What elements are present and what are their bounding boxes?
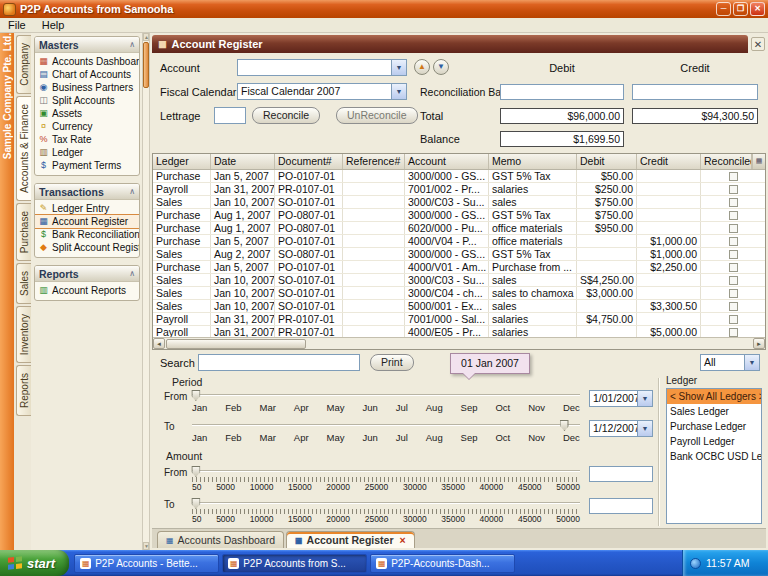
sidebar-item-ledger[interactable]: ▥Ledger [35,146,139,159]
reconciliation-credit-field[interactable] [632,84,758,100]
chevron-down-icon[interactable]: ▼ [637,421,652,436]
table-row[interactable]: PurchaseJan 5, 2007PO-0107-014000/V01 - … [153,261,765,274]
reconciled-checkbox[interactable] [729,302,738,311]
section-header-masters[interactable]: Masters∧ [35,37,139,53]
amount-to-thumb[interactable] [191,498,200,509]
search-input[interactable] [198,354,360,371]
unreconcile-button[interactable]: UnReconcile [336,107,418,124]
reconciled-checkbox[interactable] [729,172,738,181]
reconciled-checkbox[interactable] [729,237,738,246]
column-header-reference[interactable]: Reference# [343,154,405,169]
section-header-transactions[interactable]: Transactions∧ [35,184,139,200]
lettrage-input[interactable] [214,107,246,124]
amount-from-thumb[interactable] [191,466,200,477]
reconciled-checkbox[interactable] [729,315,738,324]
tray-icon[interactable] [690,558,701,569]
column-header-memo[interactable]: Memo [489,154,577,169]
account-combobox[interactable]: ▼ [237,59,407,76]
account-up-button[interactable]: ▲ [414,59,430,75]
reconciled-checkbox[interactable] [729,263,738,272]
ledger-item-bank-ocbc-usd-ledger[interactable]: Bank OCBC USD Ledger [667,449,761,464]
scroll-up-icon[interactable]: ▲ [143,33,149,41]
sidebar-item-bank-reconciliation[interactable]: $Bank Reconciliation [35,228,139,241]
table-row[interactable]: PayrollJan 31, 2007PR-0107-017001/002 - … [153,183,765,196]
vertical-tab-inventory[interactable]: Inventory [16,306,31,363]
amount-from-input[interactable] [589,466,653,482]
sidebar-item-account-register[interactable]: ▦Account Register [35,215,139,228]
window-titlebar[interactable]: P2P Accounts from Samooha ─ ❐ ✕ [0,0,768,18]
sidebar-item-tax-rate[interactable]: %Tax Rate [35,133,139,146]
chevron-down-icon[interactable]: ▼ [391,60,406,75]
tab-accounts-dashboard[interactable]: ▦Accounts Dashboard [157,531,284,548]
reconciled-checkbox[interactable] [729,211,738,220]
reconciled-checkbox[interactable] [729,289,738,298]
column-header-reconciled[interactable]: Reconciled [701,154,752,169]
table-row[interactable]: PurchaseAug 1, 2007PO-0807-013000/000 - … [153,209,765,222]
sidebar-item-split-account-register[interactable]: ◆Split Account Register [35,241,139,254]
column-header-debit[interactable]: Debit [577,154,637,169]
sidebar-item-currency[interactable]: ¤Currency [35,120,139,133]
scrollbar-thumb[interactable] [143,42,149,88]
tab-close-icon[interactable]: × [400,534,406,546]
taskbar-button-p2p-accounts-bette[interactable]: ▦P2P Accounts - Bette... [74,554,219,573]
sidebar-item-accounts-dashboard[interactable]: ▦Accounts Dashboard [35,55,139,68]
period-from-thumb[interactable] [191,390,200,401]
reconciled-checkbox[interactable] [729,276,738,285]
column-chooser-button[interactable]: ▦ [752,154,765,169]
ledger-item-payroll-ledger[interactable]: Payroll Ledger [667,434,761,449]
table-row[interactable]: PurchaseJan 5, 2007PO-0107-013000/000 - … [153,170,765,183]
reconciled-checkbox[interactable] [729,198,738,207]
taskbar-button-p2p-accounts-from-s[interactable]: ▦P2P Accounts from S... [222,554,367,573]
scrollbar-thumb[interactable] [166,339,306,349]
collapse-icon[interactable]: ∧ [129,187,135,196]
table-row[interactable]: PurchaseJan 5, 2007PO-0107-014000/V04 - … [153,235,765,248]
amount-to-input[interactable] [589,498,653,514]
table-row[interactable]: SalesJan 10, 2007SO-0107-013000/C04 - ch… [153,287,765,300]
period-from-slider[interactable] [192,390,580,401]
vertical-tab-accounts-finance[interactable]: Accounts & Finance [16,96,31,201]
table-horizontal-scrollbar[interactable]: ◄ ► [153,337,765,349]
table-row[interactable]: PayrollJan 31, 2007PR-0107-017001/000 - … [153,313,765,326]
taskbar-button-p2p-accounts-dash[interactable]: ▦P2P-Accounts-Dash... [370,554,515,573]
reconciled-checkbox[interactable] [729,185,738,194]
period-to-slider[interactable] [192,420,580,431]
filter-all-combobox[interactable]: All ▼ [700,354,760,371]
sidebar-item-payment-terms[interactable]: $Payment Terms [35,159,139,172]
reconciliation-debit-field[interactable] [500,84,624,100]
collapse-icon[interactable]: ∧ [129,40,135,49]
account-down-button[interactable]: ▼ [433,59,449,75]
amount-from-slider[interactable] [192,466,580,477]
fiscal-calendar-combobox[interactable]: Fiscal Calendar 2007 ▼ [237,83,407,100]
scroll-right-icon[interactable]: ► [753,338,765,349]
table-row[interactable]: SalesJan 10, 2007SO-0107-013000/C03 - Su… [153,274,765,287]
menu-help[interactable]: Help [34,19,73,31]
chevron-down-icon[interactable]: ▼ [744,355,759,370]
sidebar-item-assets[interactable]: ▣Assets [35,107,139,120]
period-from-date[interactable]: 1/01/2007 ▼ [589,390,653,407]
reconciled-checkbox[interactable] [729,250,738,259]
period-to-thumb[interactable] [560,420,569,431]
close-button[interactable]: ✕ [750,2,765,16]
sidebar-item-account-reports[interactable]: ▥Account Reports [35,284,139,297]
table-row[interactable]: PurchaseAug 1, 2007PO-0807-016020/000 - … [153,222,765,235]
print-button[interactable]: Print [370,354,414,371]
vertical-tab-purchase[interactable]: Purchase [16,203,31,261]
column-header-document[interactable]: Document# [275,154,343,169]
sidebar-item-chart-of-accounts[interactable]: ▤Chart of Accounts [35,68,139,81]
ledger-item-show-all-ledgers[interactable]: < Show All Ledgers > [667,389,761,404]
section-header-reports[interactable]: Reports∧ [35,266,139,282]
column-header-date[interactable]: Date [211,154,275,169]
reconcile-button[interactable]: Reconcile [252,107,320,124]
column-header-ledger[interactable]: Ledger [153,154,211,169]
column-header-account[interactable]: Account [405,154,489,169]
vertical-tab-reports[interactable]: Reports [16,365,31,416]
sidebar-item-business-partners[interactable]: ◉Business Partners [35,81,139,94]
scroll-down-icon[interactable]: ▼ [143,542,149,550]
reconciled-checkbox[interactable] [729,328,738,337]
reconciled-checkbox[interactable] [729,224,738,233]
maximize-button[interactable]: ❐ [733,2,748,16]
vertical-tab-sales[interactable]: Sales [16,263,31,304]
sidebar-scrollbar[interactable]: ▲ ▼ [143,33,150,550]
minimize-button[interactable]: ─ [716,2,731,16]
panel-close-button[interactable]: ✕ [751,37,765,51]
